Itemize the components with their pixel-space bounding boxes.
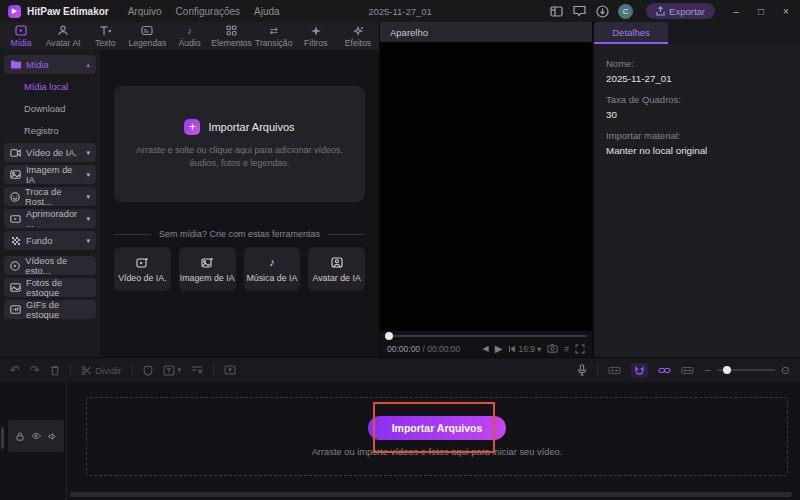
redo-icon[interactable]: ↷ xyxy=(30,363,40,377)
sidebar-item-registro[interactable]: Registro xyxy=(4,121,96,140)
dropzone-subtitle: Arraste e solte ou clique aqui para adic… xyxy=(135,144,345,168)
fit-timeline-icon[interactable] xyxy=(681,366,694,375)
preview-video-area[interactable] xyxy=(380,42,592,331)
detail-value-taxa: 30 xyxy=(606,109,788,120)
magnet-icon[interactable] xyxy=(631,363,648,378)
ai-music-icon: ♪ xyxy=(269,256,275,269)
video-camera-icon xyxy=(10,149,21,157)
card-avatar-ia[interactable]: Avatar de IA xyxy=(308,247,365,291)
prev-frame-button[interactable]: ◀ xyxy=(483,344,489,353)
link-icon[interactable] xyxy=(658,366,671,375)
aspect-ratio-selector[interactable]: 16:9 ▾ xyxy=(508,344,541,354)
stock-video-icon xyxy=(10,261,20,271)
remove-subtitles-icon[interactable] xyxy=(191,365,203,375)
export-button[interactable]: Exportar xyxy=(646,3,715,19)
sidebar-item-videos-estoque[interactable]: Vídeos de esto... xyxy=(4,256,96,275)
sidebar-item-troca-de-rosto[interactable]: Troca de Rost... ▾ xyxy=(4,187,96,206)
audio-icon: ♪ xyxy=(187,25,192,37)
tab-audio[interactable]: ♪ Áudio xyxy=(168,22,210,50)
tab-transicao[interactable]: ⇄ Transição xyxy=(253,22,295,50)
menu-configuracoes[interactable]: Configurações xyxy=(176,6,240,17)
feedback-icon[interactable] xyxy=(572,5,586,18)
fullscreen-icon[interactable] xyxy=(575,344,585,354)
layout-panels-icon[interactable] xyxy=(549,5,563,18)
grid-icon[interactable]: # xyxy=(564,344,569,354)
timeline-import-button[interactable]: Importar Arquivos xyxy=(368,416,507,440)
track-header xyxy=(8,420,64,452)
captions-icon xyxy=(141,25,153,37)
dropzone-title: Importar Arquivos xyxy=(208,121,294,133)
avatar-icon xyxy=(57,25,69,37)
card-video-ia[interactable]: Vídeo de IA. xyxy=(114,247,171,291)
chevron-down-icon: ▾ xyxy=(86,149,90,157)
sidebar-item-fotos-estoque[interactable]: Fotos de estoque xyxy=(4,278,96,297)
sidebar-item-aprimorador[interactable]: Aprimorador ... ▾ xyxy=(4,209,96,228)
delete-icon[interactable] xyxy=(50,365,60,376)
scissors-icon xyxy=(81,365,92,376)
split-button[interactable]: Dividir xyxy=(81,365,121,376)
tab-avatar-ai[interactable]: Avatar AI xyxy=(42,22,84,50)
seek-handle[interactable] xyxy=(385,332,393,340)
face-swap-icon xyxy=(10,192,20,202)
chevron-down-icon: ▾ xyxy=(86,171,90,179)
maximize-button[interactable]: □ xyxy=(753,6,769,17)
sidebar-item-midia-local[interactable]: Mídia local xyxy=(4,77,96,96)
image-icon xyxy=(10,170,21,179)
menu-arquivo[interactable]: Arquivo xyxy=(128,6,162,17)
media-panel: Mídia Avatar AI Texto Legendas ♪ Áudio E… xyxy=(0,22,379,357)
sidebar-item-video-ia[interactable]: Vídeo de IA. ▾ xyxy=(4,143,96,162)
tab-efeitos[interactable]: Efeitos xyxy=(337,22,379,50)
text-tool-button[interactable]: ▾ xyxy=(163,365,182,376)
export-icon xyxy=(656,6,665,16)
sidebar-group-midia[interactable]: Mídia ▴ xyxy=(4,55,96,74)
enhancer-icon xyxy=(10,215,21,223)
microphone-icon[interactable] xyxy=(577,364,587,376)
zoom-slider[interactable] xyxy=(717,369,775,371)
tab-elementos[interactable]: Elementos xyxy=(211,22,253,50)
close-button[interactable]: × xyxy=(778,6,794,17)
keyframe-icon[interactable] xyxy=(608,366,621,375)
play-button[interactable]: ▶ xyxy=(495,343,503,354)
filters-icon xyxy=(310,25,322,37)
tab-detalhes[interactable]: Detalhes xyxy=(594,22,668,44)
import-dropzone[interactable]: + Importar Arquivos Arraste e solte ou c… xyxy=(114,86,365,202)
sidebar-item-gifs-estoque[interactable]: GIFs de estoque xyxy=(4,300,96,319)
zoom-in-icon[interactable]: ⊙ xyxy=(781,364,790,377)
snapshot-icon[interactable] xyxy=(547,344,558,353)
minimize-button[interactable]: – xyxy=(728,6,744,17)
timeline-toolbar: ↶ ↷ Dividir ▾ xyxy=(0,358,800,382)
tab-filtros[interactable]: Filtros xyxy=(295,22,337,50)
tab-midia[interactable]: Mídia xyxy=(0,22,42,50)
titlebar: ▶ HitPaw Edimakor Arquivo Configurações … xyxy=(0,0,800,22)
mask-icon[interactable] xyxy=(143,365,153,376)
preview-seek-bar[interactable] xyxy=(380,331,592,340)
transition-icon: ⇄ xyxy=(270,25,278,37)
menu-ajuda[interactable]: Ajuda xyxy=(254,6,280,17)
timeline-dropzone[interactable]: Importar Arquivos Arraste ou importe víd… xyxy=(86,397,788,476)
chevron-down-icon: ▾ xyxy=(178,366,182,374)
eye-icon[interactable] xyxy=(31,432,41,440)
sidebar-item-download[interactable]: Download xyxy=(4,99,96,118)
undo-icon[interactable]: ↶ xyxy=(10,363,20,377)
sidebar-item-fundo[interactable]: Fundo ▾ xyxy=(4,231,96,250)
tab-texto[interactable]: Texto xyxy=(84,22,126,50)
download-icon[interactable] xyxy=(595,5,609,18)
timeline-vscrollbar[interactable] xyxy=(1,427,4,449)
card-imagem-ia[interactable]: Imagem de IA xyxy=(179,247,236,291)
preview-frame-icon[interactable] xyxy=(224,365,236,375)
lock-icon[interactable] xyxy=(16,432,24,441)
folder-icon xyxy=(10,60,21,69)
detail-label-taxa: Taxa de Quadros: xyxy=(606,94,788,105)
media-sidebar: Mídia ▴ Mídia local Download Registro Ví… xyxy=(0,50,100,357)
zoom-out-icon[interactable]: − xyxy=(704,364,710,376)
zoom-slider-handle[interactable] xyxy=(723,366,731,374)
detail-value-nome: 2025-11-27_01 xyxy=(606,73,788,84)
user-avatar[interactable]: C xyxy=(618,4,633,19)
timeline-hscrollbar[interactable] xyxy=(70,492,792,497)
mute-icon[interactable] xyxy=(48,432,57,441)
card-musica-ia[interactable]: ♪ Música de IA xyxy=(244,247,301,291)
timeline-area: Importar Arquivos Arraste ou importe víd… xyxy=(0,382,800,500)
elements-icon xyxy=(226,25,237,37)
sidebar-item-imagem-ia[interactable]: Imagem de IA ▾ xyxy=(4,165,96,184)
tab-legendas[interactable]: Legendas xyxy=(126,22,168,50)
